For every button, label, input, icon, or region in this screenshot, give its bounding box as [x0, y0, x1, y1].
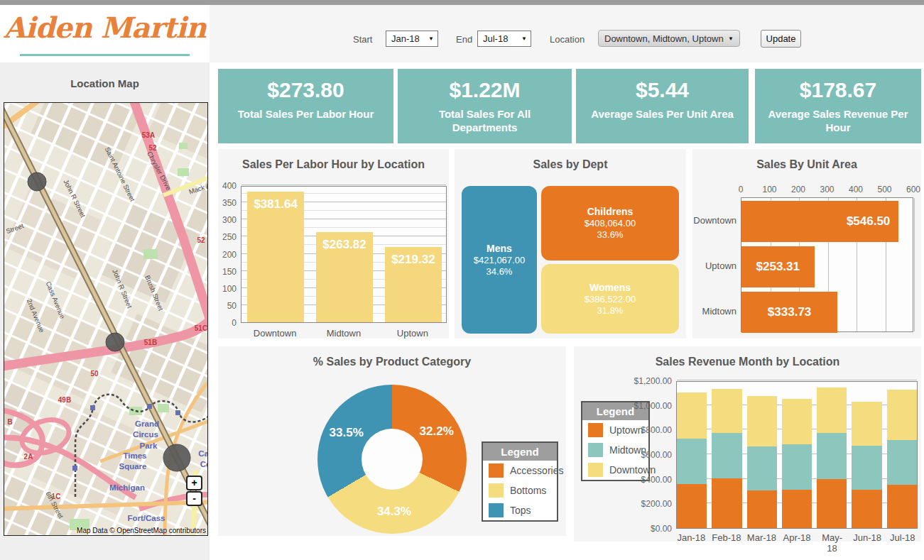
x-tick-label: 400 [842, 185, 870, 194]
y-tick-label: $600.00 [616, 450, 672, 460]
segment-midtown [887, 440, 917, 485]
bar-downtown[interactable]: $546.50 [741, 201, 898, 242]
location-map[interactable]: 53A525251C51B5049BB2A1C John R StreetSai… [4, 102, 208, 536]
x-tick-label: Jun-18 [852, 532, 883, 554]
bar-uptown[interactable]: $253.31 [741, 246, 815, 287]
update-button[interactable]: Update [761, 30, 801, 48]
place-label: Circus [133, 430, 158, 439]
y-tick-label: Downtown [692, 215, 737, 226]
y-tick-label: 250 [218, 232, 237, 242]
shield-label: 53A [142, 131, 155, 139]
start-select[interactable]: Jan-18 ▼ [386, 31, 438, 47]
map-column: Location Map [0, 62, 210, 560]
chart-panel-unit-area: Sales By Unit Area $546.50$253.31$333.73… [692, 149, 921, 339]
chart-title: Sales by Dept [455, 158, 686, 171]
treemap-value: $386,522.00 [541, 294, 679, 305]
legend-box: LegendUptownMidtownDowntown [581, 401, 650, 481]
chevron-down-icon: ▼ [728, 35, 734, 42]
shield-label: 52 [197, 236, 205, 244]
segment-uptown [852, 490, 881, 528]
y-tick-label: Uptown [692, 260, 737, 271]
treemap-pct: 34.6% [462, 266, 537, 278]
x-tick-label: Jul-18 [887, 532, 918, 554]
kpi-tile: $5.44 Average Sales Per Unit Area [576, 69, 749, 143]
y-tick-label: 50 [218, 301, 237, 311]
filter-bar: Start Jan-18 ▼ End Jul-18 ▼ Location Dow… [210, 5, 924, 62]
chart-panel-dept-treemap: Sales by Dept Mens$421,067.0034.6%Childr… [455, 149, 686, 339]
treemap-block-childrens[interactable]: Childrens$408,064.0033.6% [541, 186, 679, 260]
treemap-pct: 31.8% [541, 305, 679, 317]
bar-value-label: $546.50 [847, 214, 890, 229]
bar-midtown[interactable]: $333.73 [741, 292, 837, 333]
stacked-bar-mar-18[interactable] [747, 396, 777, 528]
shield-label: B [7, 418, 12, 426]
map-marker[interactable] [28, 172, 46, 191]
y-tick-label: 400 [218, 181, 237, 191]
treemap-pct: 33.6% [541, 229, 679, 241]
map-zoom-out-button[interactable]: - [186, 491, 202, 506]
location-select[interactable]: Downtown, Midtown, Uptown ▼ [598, 30, 740, 47]
chart-panel-product-category: % Sales by Product Category 32.2%34.3%33… [218, 346, 566, 536]
treemap-name: Childrens [541, 206, 679, 218]
treemap-block-mens[interactable]: Mens$421,067.0034.6% [462, 186, 537, 334]
legend-swatch [489, 483, 504, 498]
donut-hole [362, 429, 423, 490]
legend-swatch [489, 463, 504, 478]
chart-title: Sales Revenue Month by Location [574, 356, 921, 368]
segment-midtown [817, 433, 847, 479]
chart-title: Sales By Unit Area [692, 158, 921, 171]
treemap-value: $421,067.00 [462, 255, 537, 266]
legend-title: Legend [483, 443, 557, 461]
stacked-bar-jun-18[interactable] [852, 402, 881, 528]
x-tick-label: Feb-18 [712, 532, 742, 554]
stacked-bar-may-18[interactable] [817, 388, 847, 528]
end-select[interactable]: Jul-18 ▼ [477, 31, 531, 47]
legend-label: Accessories [510, 465, 563, 476]
legend-item-tops[interactable]: Tops [483, 500, 557, 520]
stacked-bar-jan-18[interactable] [677, 392, 707, 528]
segment-downtown [887, 390, 917, 440]
place-label: Fort/Cass [127, 514, 165, 522]
stacked-bar-plot [676, 381, 918, 529]
place-label: Cadilla [198, 449, 207, 458]
map-panel-title: Location Map [0, 77, 210, 89]
slice-label-tops: 33.5% [330, 426, 364, 440]
end-label: End [456, 34, 472, 45]
bar-value-label: $219.32 [391, 253, 435, 267]
bar-uptown[interactable]: $219.32 [385, 247, 442, 322]
legend-label: Bottoms [510, 485, 546, 496]
slice-label-accessories: 32.2% [420, 424, 454, 439]
stacked-bar-jul-18[interactable] [887, 390, 917, 528]
segment-downtown [677, 392, 707, 439]
location-label: Location [550, 34, 585, 45]
treemap-block-womens[interactable]: Womens$386,522.0031.8% [541, 264, 679, 334]
shield-label: 51C [195, 324, 207, 332]
donut-chart[interactable]: 32.2%34.3%33.5% [317, 385, 467, 534]
segment-uptown [817, 479, 847, 529]
legend-item-bottoms[interactable]: Bottoms [483, 481, 557, 500]
shield-label: 49B [58, 396, 71, 404]
stacked-bar-apr-18[interactable] [782, 399, 812, 528]
x-tick-label: 300 [813, 185, 842, 194]
segment-midtown [852, 446, 881, 490]
map-marker[interactable] [106, 333, 124, 351]
y-tick-label: $800.00 [616, 425, 672, 435]
brand-logo: Aiden Martin [0, 11, 210, 44]
stacked-bar-feb-18[interactable] [712, 389, 741, 528]
legend-swatch [588, 463, 603, 477]
map-zoom-controls: + - [186, 476, 202, 507]
segment-uptown [712, 478, 741, 528]
legend-item-accessories[interactable]: Accessories [483, 461, 557, 481]
segment-uptown [677, 484, 707, 528]
y-tick-label: 0 [218, 318, 237, 328]
map-zoom-in-button[interactable]: + [186, 476, 202, 490]
kpi-label: Total Sales For All Departments [405, 107, 565, 134]
bar-midtown[interactable]: $263.82 [316, 232, 373, 322]
y-tick-label: $400.00 [616, 475, 672, 485]
bar-downtown[interactable]: $381.64 [247, 192, 304, 322]
legend-label: Downtown [609, 464, 656, 476]
chevron-down-icon: ▼ [428, 35, 434, 42]
segment-downtown [817, 388, 847, 432]
place-label: Park [140, 441, 158, 450]
map-marker[interactable] [163, 444, 190, 471]
